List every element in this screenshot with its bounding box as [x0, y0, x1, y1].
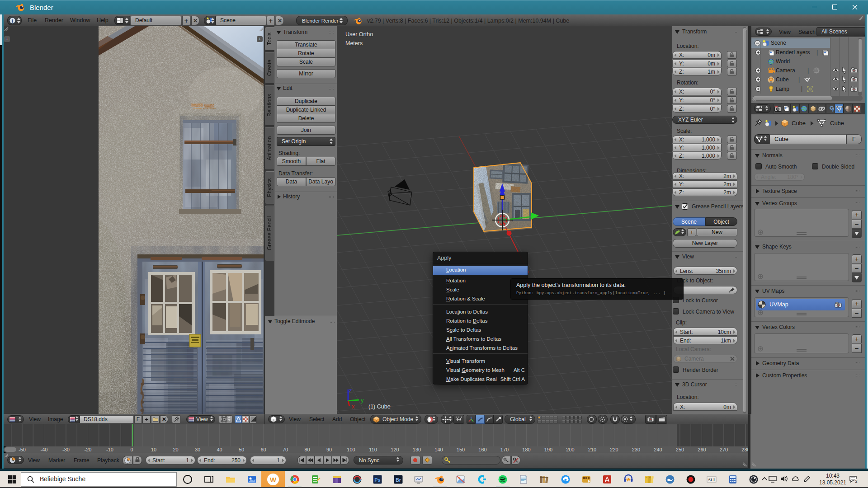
svg-text:0: 0: [130, 447, 133, 452]
svg-text:170: 170: [500, 447, 509, 452]
svg-text:90: 90: [326, 447, 332, 452]
svg-text:100: 100: [347, 447, 355, 452]
svg-text:140: 140: [434, 447, 443, 452]
svg-text:10: 10: [151, 447, 156, 452]
svg-text:210: 210: [588, 447, 596, 452]
svg-text:160: 160: [478, 447, 486, 452]
svg-text:x: x: [352, 403, 355, 410]
svg-text:i: i: [12, 18, 13, 23]
svg-text:-10: -10: [106, 447, 113, 452]
svg-text:260: 260: [698, 447, 706, 452]
svg-text:-20: -20: [85, 447, 92, 452]
svg-text:(1) Cube: (1) Cube: [368, 404, 391, 410]
svg-text:130: 130: [413, 447, 421, 452]
svg-text:30: 30: [195, 447, 200, 452]
svg-text:200: 200: [566, 447, 574, 452]
svg-text:150: 150: [457, 447, 465, 452]
svg-text:60: 60: [260, 447, 266, 452]
svg-text:120: 120: [391, 447, 399, 452]
svg-text:Meters: Meters: [345, 40, 363, 47]
svg-text:2: 2: [855, 479, 857, 483]
svg-text:230: 230: [632, 447, 640, 452]
svg-text:50: 50: [239, 447, 244, 452]
svg-text:70: 70: [283, 447, 288, 452]
svg-text:40: 40: [217, 447, 222, 452]
svg-text:190: 190: [544, 447, 552, 452]
svg-text:110: 110: [369, 447, 377, 452]
svg-text:SLI: SLI: [708, 478, 715, 482]
svg-text:20: 20: [173, 447, 178, 452]
svg-text:Br: Br: [396, 477, 401, 483]
svg-text:z: z: [349, 387, 352, 394]
svg-text:270: 270: [720, 447, 728, 452]
svg-text:180: 180: [522, 447, 530, 452]
svg-text:220: 220: [610, 447, 618, 452]
svg-text:80: 80: [304, 447, 310, 452]
svg-text:250: 250: [676, 447, 684, 452]
svg-text:y: y: [361, 397, 364, 404]
svg-text:-30: -30: [62, 447, 70, 452]
svg-text:Ps: Ps: [374, 477, 380, 483]
svg-text:User Ortho: User Ortho: [345, 31, 373, 38]
svg-text:-40: -40: [41, 447, 48, 452]
svg-text:240: 240: [654, 447, 662, 452]
svg-text:-50: -50: [19, 447, 26, 452]
